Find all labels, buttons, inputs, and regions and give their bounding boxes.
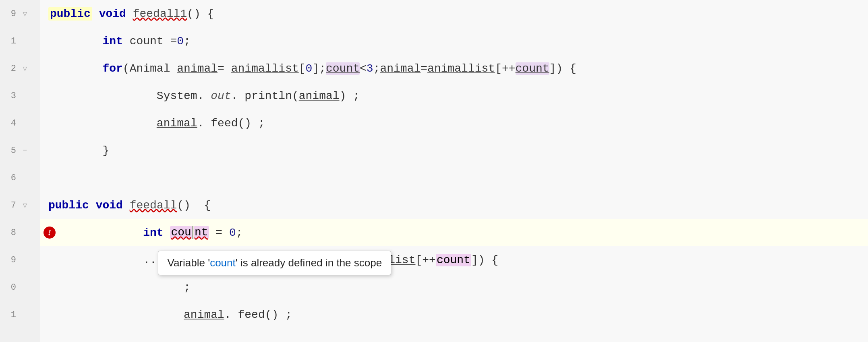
line-number: 3 [0, 91, 19, 101]
keyword-public2: public [48, 199, 89, 212]
code-line-animalfeed1: animal. feed() ; [40, 109, 868, 137]
line-number: 9 [0, 255, 19, 265]
gutter-row-5: 5 − [0, 137, 40, 164]
semi4: ; [236, 227, 243, 239]
var-count-error2: nt [194, 226, 209, 239]
paren3: ( [292, 90, 299, 102]
tooltip-text-after: ' is already defined in the scope [236, 257, 382, 269]
gutter-row-4: 4 [0, 109, 40, 137]
fold-icon[interactable]: ▽ [19, 9, 31, 18]
dot2: . feed [197, 117, 238, 130]
keyword-int: int [102, 35, 122, 47]
num-0: 0 [177, 35, 184, 47]
bracket: [ [299, 62, 306, 75]
line-number: 5 [0, 146, 19, 156]
gutter-row-7: 7 ▽ [0, 192, 40, 219]
paren7: () [265, 309, 279, 321]
line-gutter: 9 ▽ 1 2 ▽ 3 4 5 − 6 7 ▽ [0, 0, 40, 342]
indent3 [48, 90, 157, 102]
var-animal: animal [177, 62, 218, 75]
code-line-animalfeed2: animal. feed() ; [40, 301, 868, 328]
var-count: count [130, 35, 164, 47]
indent7 [48, 254, 143, 266]
space [92, 8, 99, 20]
line-number: 1 [0, 36, 19, 46]
method-name-feedall2: feedall [130, 199, 177, 212]
gutter-row-6: 6 [0, 164, 40, 192]
var-count-for4: count [436, 254, 471, 266]
code-line-intdecl1: int count = 0 ; [40, 27, 868, 55]
gutter-row-3: 3 [0, 82, 40, 109]
space: = [164, 35, 177, 47]
bracket6: ]) { [471, 254, 498, 266]
tooltip-text-before: Variable ' [167, 257, 210, 269]
var-count-for2: count [516, 62, 549, 75]
gutter-row-1b: 1 [0, 301, 40, 328]
space [123, 35, 130, 47]
var-animal2: animal [380, 62, 421, 75]
fold-icon[interactable]: − [19, 146, 31, 155]
text-cursor [193, 226, 193, 239]
sysout2-content: ; [184, 281, 191, 294]
space [126, 8, 133, 20]
var-animal3: animal [299, 90, 340, 102]
num-3: 3 [367, 62, 373, 75]
num-0b: 0 [306, 62, 313, 75]
indent8 [48, 281, 184, 294]
var-animal6: animal [184, 309, 224, 321]
semi2: ; [346, 90, 360, 102]
semi6: ; [278, 309, 292, 321]
keyword-void2: void [96, 199, 123, 212]
dot: . [231, 90, 238, 102]
assign: = [209, 227, 229, 239]
var-animallist: animallist [231, 62, 299, 75]
space [204, 90, 211, 102]
fold-icon[interactable]: ▽ [19, 201, 31, 210]
tooltip-container: count Variable 'count' is already define… [170, 226, 209, 239]
keyword-for: for [102, 62, 122, 75]
equals: = [218, 62, 231, 75]
line-number: 9 [0, 9, 19, 19]
eq: = [421, 62, 427, 75]
type-animal: Animal [130, 62, 170, 75]
fold-icon[interactable]: ▽ [19, 64, 31, 73]
line-number: 4 [0, 118, 19, 128]
method-name-feedall1: feedall1 [133, 8, 187, 20]
gutter-row-9: 9 ▽ [0, 0, 40, 27]
dot3: . feed [224, 309, 265, 321]
keyword-int2: int [143, 227, 163, 239]
code-line-blank [40, 164, 868, 192]
bracket5: [++ [415, 254, 435, 266]
line-number: 7 [0, 200, 19, 210]
gutter-row-2: 2 ▽ [0, 55, 40, 82]
code-line-sysout2: ; [40, 274, 868, 301]
code-line-method2: public void feedall() { [40, 192, 868, 219]
tooltip-count-word: count [210, 257, 236, 269]
tooltip-popup: Variable 'count' is already defined in t… [158, 251, 391, 275]
line-number: 0 [0, 282, 19, 293]
semi3: ; [251, 117, 265, 130]
out: out [211, 90, 231, 102]
gutter-row-1: 1 [0, 27, 40, 55]
indent5 [48, 144, 102, 157]
bracket-close2: ]) { [549, 62, 576, 75]
indent9 [48, 309, 184, 321]
line-number: 6 [0, 173, 19, 183]
num-0c: 0 [229, 227, 236, 239]
keyword-void: void [99, 8, 126, 20]
brace-open2: { [197, 199, 211, 212]
println: println [238, 90, 292, 102]
code-area[interactable]: public void feedall1() { int count = 0 ;… [40, 0, 868, 342]
paren: () { [187, 8, 214, 20]
code-line-sysout1: System. out. println( animal) ; [40, 82, 868, 109]
system: System. [157, 90, 204, 102]
space2 [123, 199, 130, 212]
semicolon: ; [184, 35, 191, 47]
indent2 [48, 62, 102, 75]
space3 [164, 227, 170, 239]
brace-close1: } [102, 144, 109, 157]
space [89, 199, 96, 212]
bracket2: [++ [495, 62, 515, 75]
gutter-row-9b: 9 [0, 246, 40, 274]
line-number: 8 [0, 228, 19, 238]
